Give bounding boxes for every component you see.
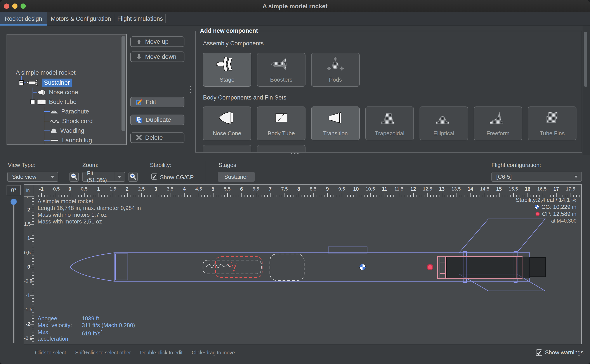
component-card-stage[interactable]: Stage [203,53,251,87]
move-up-button[interactable]: Move up [130,36,184,47]
edit-pencil-icon [136,99,142,105]
duplicate-icon [136,117,142,123]
chevron-down-icon [117,176,121,178]
duplicate-button[interactable]: Duplicate [130,115,184,125]
magnifier-plus-icon [129,173,137,181]
tab-motors-configuration[interactable]: Motors & Configuration [47,12,115,26]
tree-item-parachute[interactable]: Parachute [50,107,89,116]
flight-config-value: [C6-5] [492,174,574,180]
delete-label: Delete [145,134,163,141]
launchlug-icon [50,138,60,143]
tree-expand-toggle[interactable] [19,80,24,85]
tree-expand-toggle[interactable] [30,99,35,104]
tree-connector [44,140,50,141]
cg-marker [359,264,366,270]
view-type-dropdown[interactable]: Side view [7,172,58,182]
component-card-label: Tube Fins [528,130,576,137]
parachute-icon [50,109,59,114]
elliptical-icon [432,110,456,127]
tree-item-nose-cone[interactable]: Nose cone [37,87,78,97]
stability-label: Stability: [150,162,171,169]
component-card-freeform[interactable]: Freeform [474,106,522,140]
ruler-unit-label: in [24,185,34,197]
component-card-transition[interactable]: Transition [311,106,360,140]
stability-value: Stability:2,4 cal / 14,1 % [516,196,577,203]
zoom-in-button[interactable] [128,172,138,182]
stage-toggle-sustainer[interactable]: Sustainer [218,172,255,182]
flight-config-dropdown[interactable]: [C6-5] [491,172,582,182]
tab-rocket-design[interactable]: Rocket design [0,12,47,26]
rotation-slider-thumb[interactable] [11,199,17,205]
motor-nozzle-end [530,258,545,277]
component-card-partial[interactable] [203,145,251,153]
tree-connector [35,102,36,102]
tree-item-label: Wadding [60,127,84,134]
move-down-button[interactable]: Move down [130,52,184,62]
component-card-elliptical[interactable]: Elliptical [420,106,468,140]
nosecone-icon [37,89,46,96]
tree-item-label: Body tube [49,98,76,105]
add-component-title: Add new component [198,27,260,34]
tree-item-body-tube[interactable]: Body tube [37,97,76,107]
main-tab-bar: Rocket designMotors & ConfigurationFligh… [0,12,590,26]
vertical-splitter-handle[interactable] [190,86,191,93]
bodytube-icon [37,99,46,105]
show-cgcp-checkbox[interactable] [151,174,157,180]
mach-value: at M=0,300 [516,217,577,224]
section-label: Body Components and Fin Sets [203,94,286,101]
tree-item-label: A simple model rocket [16,69,76,76]
tree-connector [24,83,26,83]
component-card-pods[interactable]: Pods [311,53,360,87]
component-card-tube-fins[interactable]: Tube Fins [528,106,577,140]
flight-data-row: Max. acceleration:619 ft/s2 [38,329,135,342]
tubefins-icon [540,110,564,127]
window-scrollbar-thumb[interactable] [584,32,587,87]
stage-toggle-label: Sustainer [224,174,248,180]
component-tree-panel[interactable]: A simple model rocketSustainerNose coneB… [7,34,127,145]
rocket-view-canvas[interactable]: 2,521,510,50-0,5-1-1,5-2-2,5 -1-0,500,51… [24,184,582,344]
stage-icon [215,56,239,73]
tree-item-wadding[interactable]: Wadding [50,126,84,136]
nosecone-icon [215,110,239,127]
component-card-body-tube[interactable]: Body Tube [257,106,306,140]
component-card-label: Boosters [257,76,305,83]
horizontal-splitter-handle[interactable] [291,153,299,154]
tree-connector [44,130,50,131]
arrow-up-icon [136,39,142,45]
rocket-info-line: Mass with no motors 1,7 oz [38,211,141,218]
nose-cone-outline [70,253,115,281]
chevron-down-icon [50,176,54,178]
stages-label: Stages: [219,162,238,169]
tree-item-shock-cord[interactable]: Shock cord [50,116,93,126]
wadding-outline [270,254,304,280]
tree-item-launch-lug[interactable]: Launch lug [50,136,92,145]
tree-item-label: Parachute [61,108,89,115]
flight-config-label: Flight configuration: [491,162,541,169]
show-warnings-checkbox[interactable] [536,349,542,356]
tab-flight-simulations[interactable]: Flight simulations [115,12,165,26]
hint-text: Double-click to edit [140,350,182,356]
rotation-slider-track[interactable] [13,200,14,343]
tree-scrollbar-thumb[interactable] [121,36,125,131]
zoom-level-dropdown[interactable]: Fit (51,3%) [82,172,125,182]
component-card-label: Pods [312,76,359,83]
component-card-trapezoidal[interactable]: Trapezoidal [365,106,414,140]
trapezoidal-icon [378,110,402,127]
pods-icon [323,56,348,73]
stability-info-block: Stability:2,4 cal / 14,1 % CG: 10,229 in… [516,196,577,224]
rocket-icon [26,79,39,86]
tree-item-root[interactable]: A simple model rocket [16,68,76,78]
component-card-partial[interactable] [257,145,306,153]
tree-item-sustainer[interactable]: Sustainer [26,78,72,87]
component-card-boosters[interactable]: Boosters [257,53,306,87]
shock-cord-zigzag [206,263,230,268]
edit-button[interactable]: Edit [130,97,184,107]
delete-button[interactable]: Delete [130,132,184,143]
motor-casing [446,257,530,278]
tree-connector [44,111,50,112]
show-warnings-label: Show warnings [545,349,583,356]
freeform-icon [486,110,510,127]
component-card-nose-cone[interactable]: Nose Cone [203,106,251,140]
hint-text: Shift+click to select other [75,350,131,356]
zoom-out-button[interactable] [69,172,79,182]
